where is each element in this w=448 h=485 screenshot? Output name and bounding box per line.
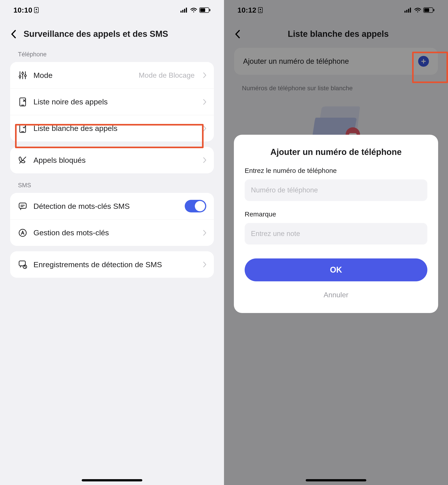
- section-sms-label: SMS: [0, 179, 224, 193]
- message-clock-icon: [18, 259, 28, 269]
- chevron-right-icon: [203, 99, 206, 105]
- chevron-right-icon: [203, 72, 206, 78]
- svg-point-14: [24, 75, 26, 77]
- svg-rect-2: [180, 11, 182, 13]
- screen-call-sms-surveillance: 10:10 Surveillance des appels et des SMS…: [0, 0, 224, 485]
- blocked-label: Appels bloqués: [33, 156, 195, 165]
- phone-check-icon: [18, 123, 28, 133]
- blacklist-row[interactable]: Liste noire des appels: [10, 89, 214, 115]
- note-field-label: Remarque: [245, 210, 427, 218]
- svg-rect-8: [209, 9, 210, 11]
- svg-rect-3: [182, 10, 183, 13]
- chevron-right-icon: [203, 262, 206, 267]
- dialog-title: Ajouter un numéro de téléphone: [245, 147, 427, 157]
- whitelist-row[interactable]: Liste blanche des appels: [10, 115, 214, 141]
- add-phone-dialog: Ajouter un numéro de téléphone Entrez le…: [234, 135, 438, 313]
- svg-rect-22: [19, 203, 26, 208]
- svg-point-10: [19, 76, 21, 77]
- status-bar: 10:10: [0, 0, 224, 20]
- page-title: Surveillance des appels et des SMS: [24, 29, 214, 39]
- phone-input[interactable]: [245, 179, 427, 201]
- chevron-right-icon: [203, 157, 206, 163]
- mode-value: Mode de Blocage: [139, 71, 195, 80]
- cancel-button[interactable]: Annuler: [245, 283, 427, 306]
- home-indicator[interactable]: [306, 479, 366, 481]
- blocked-row[interactable]: Appels bloqués: [10, 147, 214, 173]
- message-icon: [18, 201, 28, 211]
- user-card-icon: [34, 7, 39, 13]
- sms-detect-row[interactable]: Détection de mots-clés SMS: [10, 193, 214, 219]
- nav-header: Surveillance des appels et des SMS: [0, 20, 224, 48]
- screen-whitelist-add-dialog: 10:12 Liste blanche des appels Ajouter u…: [224, 0, 448, 485]
- chevron-right-icon: [203, 230, 206, 236]
- sms-detect-toggle[interactable]: [185, 200, 206, 212]
- svg-rect-7: [200, 8, 205, 12]
- section-phone-label: Téléphone: [0, 48, 224, 62]
- keywords-row[interactable]: Gestion des mots-clés: [10, 219, 214, 246]
- phone-blocked-icon: [18, 155, 28, 165]
- svg-rect-5: [186, 8, 187, 13]
- sms-records-row[interactable]: Enregistrements de détection de SMS: [10, 251, 214, 278]
- mode-label: Mode: [33, 71, 133, 80]
- blocked-calls-card: Appels bloqués: [10, 147, 214, 173]
- phone-settings-card: Mode Mode de Blocage Liste noire des app…: [10, 62, 214, 141]
- keywords-label: Gestion des mots-clés: [33, 228, 195, 237]
- whitelist-label: Liste blanche des appels: [33, 124, 195, 133]
- svg-point-12: [22, 73, 24, 74]
- a-circle-icon: [18, 228, 28, 238]
- chevron-left-icon: [11, 30, 16, 38]
- phone-x-icon: [18, 97, 28, 107]
- sliders-icon: [18, 70, 28, 80]
- svg-rect-4: [184, 9, 185, 13]
- back-button[interactable]: [9, 30, 18, 39]
- wifi-icon: [190, 8, 197, 13]
- sms-settings-card: Détection de mots-clés SMS Gestion des m…: [10, 193, 214, 246]
- status-clock: 10:10: [14, 6, 32, 14]
- mode-row[interactable]: Mode Mode de Blocage: [10, 62, 214, 89]
- ok-button[interactable]: OK: [245, 259, 427, 281]
- phone-field-label: Entrez le numéro de téléphone: [245, 167, 427, 174]
- sms-records-card: Enregistrements de détection de SMS: [10, 251, 214, 278]
- blacklist-label: Liste noire des appels: [33, 97, 195, 106]
- svg-point-25: [19, 229, 26, 236]
- cellular-icon: [180, 8, 188, 13]
- status-icons: [180, 8, 210, 13]
- sms-detect-label: Détection de mots-clés SMS: [33, 202, 179, 211]
- home-indicator[interactable]: [82, 479, 142, 481]
- svg-point-1: [36, 9, 37, 10]
- status-time: 10:10: [14, 6, 39, 14]
- sms-records-label: Enregistrements de détection de SMS: [33, 260, 195, 269]
- chevron-right-icon: [203, 126, 206, 131]
- battery-icon: [199, 8, 210, 13]
- note-input[interactable]: [245, 223, 427, 244]
